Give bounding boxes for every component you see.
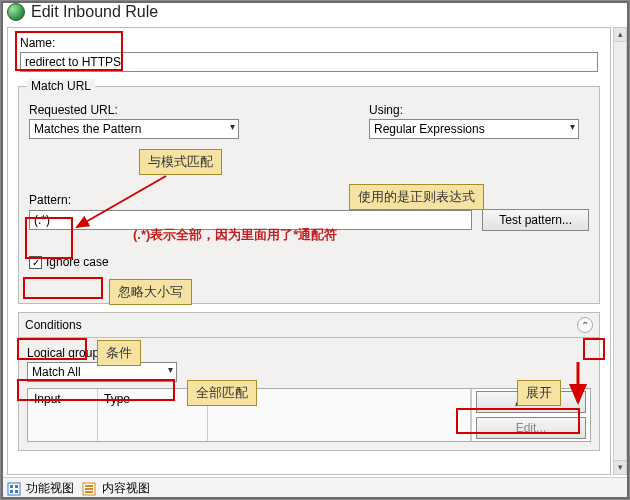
callout-matchall: 全部匹配	[187, 380, 257, 406]
svg-rect-4	[15, 490, 18, 493]
svg-rect-8	[85, 491, 93, 493]
page-title: Edit Inbound Rule	[31, 3, 158, 21]
ignore-case-checkbox[interactable]: ✓	[29, 256, 42, 269]
content-view-tab[interactable]: 内容视图	[82, 480, 149, 497]
title-bar: Edit Inbound Rule	[1, 1, 629, 25]
using-label: Using:	[369, 103, 589, 117]
ignore-case-label: Ignore case	[46, 255, 109, 269]
scroll-up-icon[interactable]: ▴	[614, 28, 626, 42]
callout-regex: 使用的是正则表达式	[349, 184, 484, 210]
svg-rect-2	[15, 485, 18, 488]
callout-ignorecase: 忽略大小写	[109, 279, 192, 305]
name-input[interactable]	[20, 52, 598, 72]
callout-wildcard: (.*)表示全部，因为里面用了*通配符	[125, 223, 345, 247]
feature-view-tab[interactable]: 功能视图	[7, 480, 74, 497]
name-block: Name:	[8, 28, 610, 72]
test-pattern-button[interactable]: Test pattern...	[482, 209, 589, 231]
match-url-group: Match URL Requested URL: Using: Pattern:…	[18, 86, 600, 304]
content-view-icon	[82, 482, 96, 496]
svg-rect-7	[85, 488, 93, 490]
requested-url-select[interactable]	[29, 119, 239, 139]
th-input[interactable]: Input	[28, 389, 98, 441]
vertical-scrollbar[interactable]: ▴ ▾	[613, 27, 627, 475]
using-select[interactable]	[369, 119, 579, 139]
scroll-down-icon[interactable]: ▾	[614, 460, 626, 474]
callout-match-pattern: 与模式匹配	[139, 149, 222, 175]
svg-rect-3	[10, 490, 13, 493]
globe-icon	[7, 3, 25, 21]
collapse-icon[interactable]: ⌃	[577, 317, 593, 333]
callout-expand: 展开	[517, 380, 561, 406]
conditions-table: Input Type Pattern Add... Edit...	[27, 388, 591, 442]
bottom-bar: 功能视图 内容视图	[1, 477, 629, 499]
conditions-legend: Conditions	[25, 318, 82, 332]
svg-rect-0	[8, 483, 20, 495]
pattern-label: Pattern:	[29, 193, 589, 207]
content-area: Name: Match URL Requested URL: Using: Pa…	[7, 27, 611, 475]
conditions-header[interactable]: Conditions ⌃	[18, 312, 600, 338]
match-url-legend: Match URL	[27, 79, 95, 93]
callout-conditions: 条件	[97, 340, 141, 366]
svg-rect-1	[10, 485, 13, 488]
edit-condition-button: Edit...	[476, 417, 586, 439]
name-label: Name:	[20, 36, 598, 50]
feature-view-icon	[7, 482, 21, 496]
requested-url-label: Requested URL:	[29, 103, 329, 117]
svg-rect-6	[85, 485, 93, 487]
